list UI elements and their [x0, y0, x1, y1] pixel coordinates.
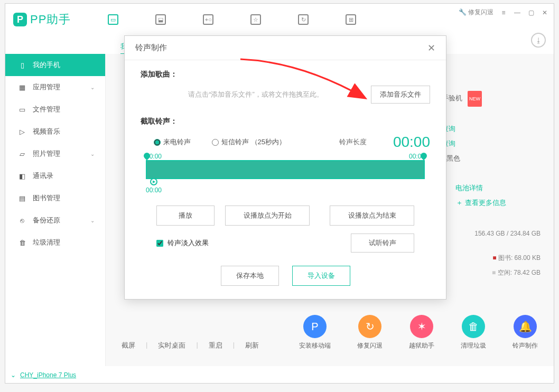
topnav-store[interactable]: ⬓: [155, 14, 166, 25]
sidebar-item-files[interactable]: ▭文件管理: [5, 98, 105, 120]
radio-sms[interactable]: 短信铃声 （25秒内）: [212, 137, 286, 147]
modal-close-icon[interactable]: ✕: [427, 42, 435, 54]
quick-icon-越狱助手[interactable]: ✶越狱助手: [409, 315, 434, 350]
sidebar-label: 我的手机: [33, 60, 60, 70]
device-info-panel: 助手验机 NEW 询 线查询 线查询 GB/黑色 % 电池详情 息 ＋ 查看更多…: [435, 91, 541, 280]
topnav-add[interactable]: +○: [203, 14, 213, 25]
app-window: P PP助手 ▭ ⬓ +○ ☆ ↻ ⊞ 🔧 修复闪退 ≡ — ▢ ✕ ⭳ 我 ▯…: [5, 3, 554, 384]
topnav-star[interactable]: ☆: [250, 14, 261, 25]
playhead-time: 00:00: [146, 186, 162, 194]
chevron-down-icon: ⌄: [90, 218, 95, 223]
save-local-button[interactable]: 保存本地: [221, 266, 279, 286]
more-label: 查看更多信息: [465, 199, 506, 207]
chevron-down-icon: ⌄: [90, 151, 95, 157]
modal-footer: 保存本地 导入设备: [125, 266, 446, 286]
quick-icon-glyph: P: [303, 315, 327, 338]
menu-icon[interactable]: ≡: [500, 9, 507, 16]
topnav-tools[interactable]: ⊞: [346, 14, 356, 25]
phone-icon: ▯: [18, 61, 26, 69]
play-button[interactable]: 播放: [156, 206, 215, 226]
import-device-button[interactable]: 导入设备: [292, 266, 350, 286]
fade-checkbox[interactable]: [156, 240, 163, 247]
sidebar-item-photos[interactable]: ▱照片管理⌄: [5, 143, 105, 165]
drop-hint: 请点击“添加音乐文件”，或将文件拖拽至此。: [141, 90, 371, 99]
quick-icon-label: 修复闪退: [357, 341, 383, 350]
info-line: 询: [435, 107, 541, 122]
radio-sms-input[interactable]: [212, 139, 219, 146]
storage-book: 图书: 68.00 KB: [498, 254, 541, 262]
sidebar-item-apps[interactable]: ▦应用管理⌄: [5, 76, 105, 98]
add-song-row: 请点击“添加音乐文件”，或将文件拖拽至此。 添加音乐文件: [141, 86, 430, 104]
quick-icon-清理垃圾[interactable]: 🗑清理垃圾: [461, 315, 486, 350]
try-ringtone-button[interactable]: 试听铃声: [351, 234, 414, 253]
modal-title: 铃声制作: [135, 43, 167, 53]
set-start-button[interactable]: 设播放点为开始: [225, 206, 310, 226]
screenshot-link[interactable]: 截屏: [122, 341, 135, 350]
app-logo: P PP助手: [13, 12, 71, 27]
logo-icon: P: [13, 13, 27, 26]
length-label: 铃声长度: [339, 137, 367, 147]
radio-call-label: 来电铃声: [163, 137, 191, 147]
wave-track[interactable]: [146, 160, 425, 179]
sidebar-label: 文件管理: [33, 105, 60, 114]
sidebar-item-media[interactable]: ▷视频音乐: [5, 120, 105, 143]
fade-row: 铃声淡入效果 试听铃声: [156, 234, 414, 253]
sidebar-item-contacts[interactable]: ◧通讯录: [5, 165, 105, 187]
refresh-link[interactable]: 刷新: [245, 341, 259, 350]
bottom-device-bar[interactable]: ⌄ CHY_iPhone 7 Plus: [11, 371, 76, 379]
trash-icon: 🗑: [18, 238, 26, 247]
quick-icon-label: 越狱助手: [409, 341, 434, 350]
sidebar-item-books[interactable]: ▤图书管理: [5, 187, 105, 209]
book-icon: ▤: [18, 194, 26, 202]
quick-icon-修复闪退[interactable]: ↻修复闪退: [357, 315, 383, 350]
realtime-link[interactable]: 实时桌面: [158, 341, 185, 350]
fade-label: 铃声淡入效果: [167, 238, 209, 248]
close-icon[interactable]: ✕: [541, 9, 548, 16]
sidebar-label: 视频音乐: [33, 127, 60, 136]
maximize-icon[interactable]: ▢: [527, 9, 535, 16]
window-controls: 🔧 修复闪退 ≡ — ▢ ✕: [459, 8, 548, 17]
chevron-down-icon: ⌄: [90, 85, 95, 90]
radio-sms-label: 短信铃声 （25秒内）: [221, 137, 286, 147]
sidebar-label: 垃圾清理: [33, 238, 60, 247]
more-info-link[interactable]: ＋ 查看更多信息: [456, 195, 506, 210]
apps-icon: ▦: [18, 83, 26, 91]
download-icon[interactable]: ⭳: [531, 33, 546, 48]
waveform[interactable]: 00:00 00:00 ▶ 00:00: [146, 160, 425, 179]
storage-used: 156.43 GB: [474, 230, 505, 237]
add-music-button[interactable]: 添加音乐文件: [371, 86, 430, 104]
minimize-icon[interactable]: —: [514, 9, 521, 16]
radio-call-input[interactable]: [154, 139, 161, 146]
set-end-button[interactable]: 设播放点为结束: [330, 206, 414, 226]
battery-detail-link[interactable]: 电池详情: [455, 181, 483, 195]
sidebar-item-clean[interactable]: 🗑垃圾清理: [5, 231, 105, 254]
plus-icon: +○: [203, 14, 213, 25]
sync-icon: ↻: [298, 14, 309, 25]
sidebar-label: 通讯录: [33, 171, 53, 181]
quick-icon-安装移动端[interactable]: P安装移动端: [299, 315, 331, 350]
radio-call[interactable]: 来电铃声: [154, 137, 191, 147]
cut-label: 截取铃声：: [141, 117, 430, 126]
quick-actions: 截屏| 实时桌面| 重启| 刷新 P安装移动端↻修复闪退✶越狱助手🗑清理垃圾🔔铃…: [122, 315, 538, 350]
sidebar-label: 备份还原: [33, 216, 60, 225]
sidebar-label: 照片管理: [33, 149, 60, 158]
topnav-sync[interactable]: ↻: [298, 14, 309, 25]
sidebar-item-myphone[interactable]: ▯我的手机: [5, 54, 105, 76]
reboot-link[interactable]: 重启: [209, 341, 222, 350]
contact-icon: ◧: [18, 172, 26, 180]
quick-icon-label: 铃声制作: [513, 341, 538, 350]
quick-icon-label: 清理垃圾: [461, 341, 486, 350]
sidebar-item-backup[interactable]: ⎋备份还原⌄: [5, 209, 105, 231]
playhead[interactable]: ▶ 00:00: [146, 178, 162, 194]
device-name: CHY_iPhone 7 Plus: [20, 371, 76, 379]
topnav-device[interactable]: ▭: [108, 14, 118, 25]
modal-body: 添加歌曲： 请点击“添加音乐文件”，或将文件拖拽至此。 添加音乐文件 截取铃声：…: [125, 60, 446, 253]
device-icon: ▭: [108, 14, 118, 25]
new-badge: NEW: [468, 91, 482, 107]
quick-icon-铃声制作[interactable]: 🔔铃声制作: [513, 315, 538, 350]
quick-icon-glyph: ✶: [410, 315, 433, 338]
quick-icon-label: 安装移动端: [299, 341, 331, 350]
sidebar: ▯我的手机 ▦应用管理⌄ ▭文件管理 ▷视频音乐 ▱照片管理⌄ ◧通讯录 ▤图书…: [5, 54, 106, 366]
length-value: 00:00: [393, 134, 430, 151]
fix-crash-link[interactable]: 🔧 修复闪退: [459, 8, 493, 17]
